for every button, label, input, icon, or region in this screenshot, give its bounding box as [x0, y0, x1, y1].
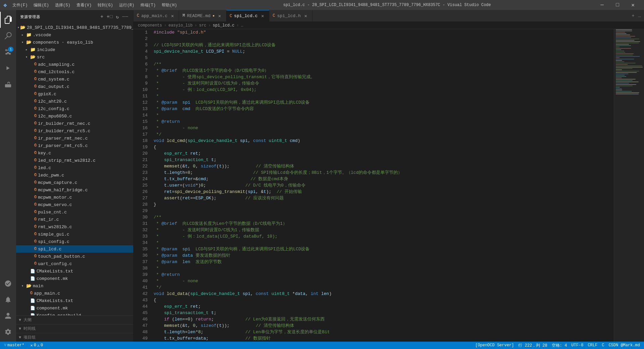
- tree-item[interactable]: ©touch_pad_button.c: [16, 253, 133, 260]
- tree-item[interactable]: ©i2c_aht20.c: [16, 98, 133, 105]
- titlebar-controls[interactable]: — □ ✕: [594, 0, 641, 10]
- errors-status[interactable]: ✕ 0 ⚠ 0: [29, 343, 44, 348]
- settings-icon[interactable]: [0, 324, 16, 340]
- tree-item[interactable]: ©i2c_config.c: [16, 105, 133, 112]
- tree-item[interactable]: ©dac_output.c: [16, 83, 133, 90]
- tree-item[interactable]: ▸📁.vscode: [16, 31, 133, 39]
- openocd-status[interactable]: [OpenOCD Server]: [474, 343, 515, 348]
- tree-item[interactable]: ©mcpwm_motor.c: [16, 194, 133, 201]
- tree-item[interactable]: 📄component.mk: [16, 304, 133, 312]
- tree-item[interactable]: 📄CMakeLists.txt: [16, 297, 133, 304]
- tree-item[interactable]: ©led.c: [16, 164, 133, 171]
- tree-item[interactable]: ©cmd_system.c: [16, 76, 133, 83]
- breadcrumb-easyio[interactable]: easyio_lib: [168, 23, 193, 28]
- projects-section[interactable]: ▼ 项目组: [16, 333, 133, 342]
- branch-status[interactable]: ⑂ master*: [3, 343, 25, 348]
- tree-file-icon: ©: [34, 121, 37, 126]
- tab-close-button[interactable]: ✕: [260, 13, 266, 19]
- menu-item[interactable]: 运行(R): [116, 2, 137, 9]
- tree-item[interactable]: ©gpioX.c: [16, 90, 133, 98]
- tree-item[interactable]: ©adc_sampling.c: [16, 61, 133, 68]
- refresh-icon[interactable]: ↻: [115, 13, 120, 20]
- tree-item-label: adc_sampling.c: [38, 62, 74, 67]
- tree-item[interactable]: ▸📁include: [16, 46, 133, 53]
- breadcrumb-more[interactable]: …: [241, 23, 243, 28]
- tree-item[interactable]: ©mcpwm_servo.c: [16, 201, 133, 208]
- new-file-icon[interactable]: +: [100, 13, 104, 20]
- eol-status[interactable]: CRLF: [586, 343, 599, 348]
- minimize-button[interactable]: —: [594, 0, 610, 10]
- menu-item[interactable]: 帮助(H): [159, 2, 180, 9]
- tab-close-button[interactable]: ✕: [303, 13, 309, 19]
- code-line: */: [154, 131, 614, 138]
- line-number: 8: [133, 74, 148, 80]
- split-editor-button[interactable]: +: [630, 12, 636, 19]
- tree-item-label: cmd_i2ctools.c: [38, 69, 74, 74]
- account-icon[interactable]: [0, 308, 16, 324]
- encoding-status[interactable]: UTF-8: [570, 343, 585, 348]
- position-status[interactable]: 行 222，列 28: [517, 343, 548, 348]
- explorer-icon[interactable]: [0, 12, 16, 28]
- extensions-icon[interactable]: [0, 76, 16, 92]
- tree-item[interactable]: ©ir_builder_rmt_rc5.c: [16, 127, 133, 135]
- source-control-icon[interactable]: 1: [0, 44, 16, 60]
- tree-item[interactable]: ©mcpwm_half_bridge.c: [16, 186, 133, 194]
- collapse-icon[interactable]: ──: [121, 13, 129, 20]
- tab-spi-lcd-h[interactable]: C spi_lcd.h ✕: [269, 10, 312, 21]
- new-folder-icon[interactable]: +□: [106, 13, 114, 20]
- spaces-status[interactable]: 空格: 4: [550, 343, 569, 348]
- tree-item[interactable]: 📄component.mk: [16, 275, 133, 282]
- outline-section[interactable]: ▼ 大纲: [16, 315, 133, 324]
- tree-item[interactable]: ▾📂components · easyio_lib: [16, 39, 133, 46]
- maximize-button[interactable]: □: [610, 0, 625, 10]
- tab-readme-md[interactable]: M README.md ● ✕: [179, 10, 226, 21]
- breadcrumb-file[interactable]: spi_lcd.c: [213, 23, 234, 28]
- tree-item-label: ir_builder_rmt_rc5.c: [38, 129, 90, 134]
- tree-item[interactable]: ©led_strip_rmt_ws2812.c: [16, 157, 133, 164]
- tree-item[interactable]: ©ledc_pwm.c: [16, 171, 133, 179]
- tab-spi-lcd-c[interactable]: C spi_lcd.c ✕: [226, 10, 269, 21]
- close-button[interactable]: ✕: [625, 0, 641, 10]
- language-status[interactable]: C: [600, 343, 605, 348]
- menu-item[interactable]: 选择(S): [52, 2, 73, 9]
- more-tabs-button[interactable]: …: [637, 12, 642, 19]
- menu-item[interactable]: 终端(T): [138, 2, 159, 9]
- tree-item[interactable]: ▾📂src: [16, 53, 133, 61]
- tree-item[interactable]: 📄Kconfig.projbuild: [16, 312, 133, 315]
- code-content[interactable]: #include "spi_lcd.h"// LCD与SPI关联的句柄，通过此来…: [150, 29, 614, 342]
- csdn-status[interactable]: CSDN @Mark.md: [607, 343, 641, 348]
- breadcrumb-components[interactable]: components: [138, 23, 162, 28]
- tree-item[interactable]: ©spi_lcd.c: [16, 245, 133, 253]
- tree-item[interactable]: ©cmd_i2ctools.c: [16, 68, 133, 76]
- tree-item[interactable]: ©uart_config.c: [16, 260, 133, 267]
- tree-item[interactable]: ©mcpwm_capture.c: [16, 179, 133, 186]
- notification-icon[interactable]: [0, 292, 16, 308]
- menu-item[interactable]: 转到(G): [95, 2, 116, 9]
- tab-close-button[interactable]: ✕: [169, 13, 175, 19]
- run-icon[interactable]: [0, 60, 16, 76]
- tree-item[interactable]: ©ir_builder_rmt_nec.c: [16, 120, 133, 127]
- tab-app-main-c[interactable]: C app_main.c ✕: [133, 10, 179, 21]
- menu-item[interactable]: 编辑(E): [31, 2, 52, 9]
- tree-item[interactable]: ▾📂main: [16, 282, 133, 290]
- tree-item[interactable]: ©key.c: [16, 149, 133, 157]
- tree-item[interactable]: ©spi_config.c: [16, 238, 133, 245]
- tree-item[interactable]: ©i2c_mpu6050.c: [16, 112, 133, 120]
- tree-item[interactable]: ©rmt_ws2812b.c: [16, 223, 133, 231]
- search-icon[interactable]: [0, 28, 16, 44]
- timeline-section[interactable]: ▼ 时间线: [16, 324, 133, 333]
- breadcrumb-src[interactable]: src: [199, 23, 206, 28]
- menu-item[interactable]: 文件(F): [10, 2, 31, 9]
- tree-item[interactable]: ©ir_parser_rmt_rc5.c: [16, 142, 133, 149]
- tree-item[interactable]: ©pulse_cnt.c: [16, 208, 133, 216]
- minimap[interactable]: [614, 29, 644, 342]
- tree-item[interactable]: ©ir_parser_rmt_nec.c: [16, 135, 133, 142]
- tree-item[interactable]: ▾📂28_SPI_LCD_ILI9341_9488_9481_ST7735_77…: [16, 24, 133, 31]
- remote-icon[interactable]: [0, 276, 16, 292]
- tab-close-button[interactable]: ✕: [217, 13, 223, 19]
- tree-item[interactable]: 📄CMakeLists.txt: [16, 267, 133, 275]
- tree-item[interactable]: ©rmt_ir.c: [16, 216, 133, 223]
- tree-item[interactable]: ©app_main.c: [16, 290, 133, 297]
- tree-item[interactable]: ©simple_gui.c: [16, 231, 133, 238]
- menu-item[interactable]: 查看(V): [74, 2, 95, 9]
